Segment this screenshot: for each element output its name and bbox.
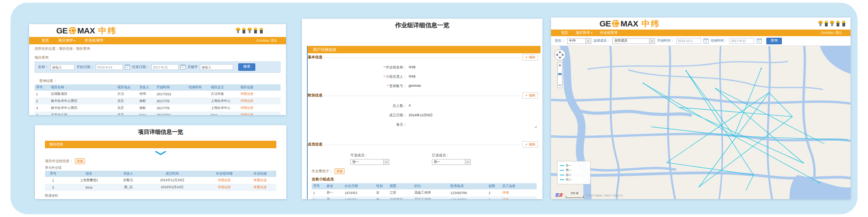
calendar-icon[interactable] — [703, 38, 709, 44]
table-cell: 测_试 — [117, 184, 140, 191]
chevron-down-icon: ▾ — [586, 38, 591, 44]
search-button[interactable]: 搜索 — [238, 63, 255, 71]
project-query-window: GE MAX 中纬 首页 项目管理▾ 作业组管理 GeoMax 退出 您所在的位… — [29, 24, 286, 115]
table-cell — [187, 91, 209, 98]
selected-members-label: 已选成员： — [432, 153, 471, 158]
nav-label: 项目管理 — [58, 38, 73, 43]
chevron-down-icon — [155, 151, 166, 155]
logo-text-max: MAX — [77, 26, 95, 35]
user-detail-bar: 用户详细信息 — [308, 46, 541, 53]
nav-project-management[interactable]: 项目管理▾ — [58, 38, 76, 43]
column-header: 作业组详情 — [204, 171, 244, 177]
detail-link[interactable]: 详细信息 — [239, 98, 281, 105]
legend-item: 周一 — [560, 168, 588, 172]
table-cell: 123456789 — [449, 189, 487, 196]
remark-label: 备注： — [308, 122, 407, 127]
logout-link[interactable]: GeoMax 退出 — [256, 38, 277, 43]
selectable-members-label: 可选成员： — [350, 153, 389, 158]
chevron-down-icon: ▾ — [591, 32, 593, 35]
nav-project-management[interactable]: 项目管理▾ — [576, 30, 593, 35]
edit-extra-button[interactable]: 编辑 — [522, 92, 538, 99]
nav-home[interactable]: 首页 — [561, 30, 568, 35]
leader-value: 中纬 — [409, 74, 416, 79]
calendar-icon[interactable] — [180, 65, 185, 70]
column-header: 籍贯 — [388, 183, 413, 189]
map-canvas[interactable]: 孙一周一赵二钱二 百度 200 米 © 2017 Baidu - Data © … — [551, 46, 851, 199]
start-time-input[interactable] — [676, 38, 701, 44]
query-button[interactable]: 查询 — [766, 38, 782, 44]
table-cell: 徐彬 — [138, 98, 155, 105]
pencil-icon — [525, 143, 528, 146]
detail-link[interactable]: 详细信息 — [239, 91, 281, 98]
divider — [324, 144, 520, 145]
total-label: 总人数： — [308, 103, 407, 108]
member-select[interactable]: 全部成员▾ — [612, 38, 655, 44]
calendar-icon[interactable] — [757, 38, 762, 44]
column-header: 序号 — [312, 183, 325, 189]
nav-home[interactable]: 首页 — [42, 38, 49, 43]
workgroup-table: 序号组名负责人成立时间作业组详情作业轨迹1上海测量组1庆毅凡2014年11月29… — [45, 171, 276, 191]
collapse-chevron[interactable] — [35, 148, 286, 158]
table-cell: 北京 — [116, 98, 138, 105]
table-row: 2leica测_试2016年2月24日详细信息查看轨迹 — [45, 184, 276, 191]
view-button[interactable]: 查看 — [75, 158, 85, 164]
gnss-receiver-icon — [818, 20, 823, 26]
member-info-section-header: 成员信息 编辑 — [308, 141, 538, 148]
detail-link[interactable]: 详细信息 — [204, 184, 244, 191]
legend-label: 周一 — [566, 168, 572, 172]
table-cell — [187, 105, 209, 112]
keyword-input[interactable] — [200, 64, 233, 70]
table-cell: 2 — [487, 189, 501, 196]
detail-link[interactable]: 详细信息 — [204, 177, 244, 184]
table-cell: 上海技术中心 — [209, 105, 239, 112]
detail-link[interactable]: 详细信息 — [239, 105, 281, 112]
founded-value: 2014年12月9日 — [409, 113, 433, 118]
detail-link[interactable]: 详情 — [501, 196, 537, 199]
table-cell: 大冶市政 — [209, 91, 239, 98]
legend-label: 赵二 — [566, 173, 572, 177]
edit-label: 编辑 — [529, 142, 535, 147]
logout-link[interactable]: GeoMax 退出 — [821, 30, 842, 35]
column-header: 作业轨迹 — [244, 171, 276, 177]
globe-icon — [68, 26, 76, 35]
table-cell: 1 — [45, 177, 61, 184]
column-header: 组名 — [61, 171, 117, 177]
selectable-members-select[interactable]: 张一▾ — [350, 159, 389, 165]
calendar-icon[interactable] — [125, 65, 130, 70]
table-cell: 2017/3/22 — [155, 91, 187, 98]
start-date-input[interactable] — [96, 64, 123, 70]
table-cell: 庆毅凡 — [117, 177, 140, 184]
map-pan-zoom-control[interactable] — [554, 49, 566, 89]
detail-link[interactable]: 查看轨迹 — [244, 184, 276, 191]
workload-view-button[interactable]: 查看 — [334, 168, 345, 174]
name-input[interactable] — [50, 64, 74, 70]
detail-link[interactable]: 查看轨迹 — [244, 177, 276, 184]
baidu-logo: 百度 — [555, 192, 563, 198]
gnss-receiver-icon — [248, 27, 252, 33]
legend-item: 孙一 — [560, 164, 588, 168]
table-row: 1孙一1974/6/1女江苏高级工程师1234567892详情 — [312, 189, 537, 196]
edit-members-button[interactable]: 编辑 — [522, 141, 538, 148]
founded-label: 成立日期： — [308, 113, 407, 118]
group-select[interactable]: 中纬▾ — [567, 38, 591, 44]
column-header: 序号 — [35, 84, 49, 91]
start-date-label: 开始日期： — [76, 65, 94, 70]
selected-members-select[interactable]: 孙一▾ — [432, 159, 471, 165]
column-header: 职位 — [413, 183, 449, 189]
detail-link[interactable]: 详细信息 — [239, 112, 281, 115]
table-cell: 1976/7/1 — [343, 196, 374, 199]
end-time-input[interactable] — [729, 38, 754, 44]
nav-workgroup-management[interactable]: 作业组管理 — [85, 38, 104, 43]
end-date-input[interactable] — [151, 64, 178, 70]
table-cell: 孙一 — [325, 189, 343, 196]
resize-handle-icon[interactable] — [534, 126, 537, 128]
nav-workgroup-management[interactable]: 作业组管理 — [600, 30, 618, 35]
edit-basic-button[interactable]: 编辑 — [522, 54, 538, 61]
keyword-label: 关键字 — [187, 65, 198, 70]
detail-link[interactable]: 详情 — [501, 189, 537, 196]
detail-content: 用户详细信息 基本信息 编辑 *作业组名称：中纬 *小组负责人：中纬 *登录账号… — [307, 46, 541, 199]
track-legend: 孙一周一赵二钱二 — [557, 161, 591, 184]
column-header: 开始时间 — [155, 84, 187, 91]
start-time-label: 开始时间： — [657, 38, 674, 43]
table-cell: 2014年11月29日 — [140, 177, 204, 184]
